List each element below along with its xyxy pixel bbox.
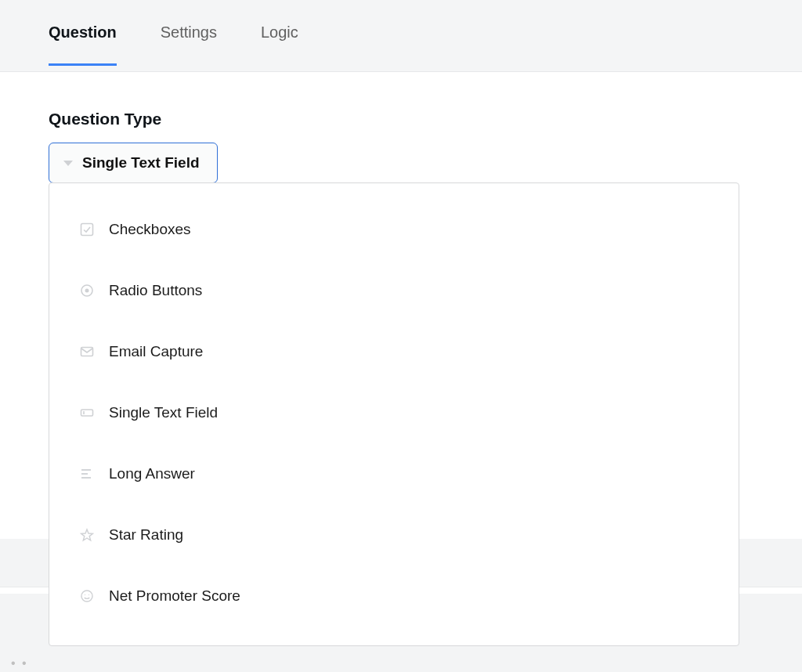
svg-point-9 [81, 591, 92, 602]
textfield-icon [79, 405, 95, 421]
dropdown-selected-label: Single Text Field [82, 154, 200, 172]
smiley-icon [79, 588, 95, 604]
long-answer-icon [79, 466, 95, 482]
option-label: Radio Buttons [109, 282, 202, 299]
option-label: Star Rating [109, 526, 183, 544]
drag-handle-icon: • • [11, 656, 28, 670]
option-radio-buttons[interactable]: Radio Buttons [49, 260, 739, 321]
option-email-capture[interactable]: Email Capture [49, 321, 739, 382]
tab-question[interactable]: Question [49, 23, 117, 65]
option-net-promoter-score[interactable]: Net Promoter Score [49, 565, 739, 627]
option-checkboxes[interactable]: Checkboxes [49, 199, 739, 260]
svg-rect-4 [81, 410, 93, 416]
svg-point-11 [89, 594, 89, 595]
svg-rect-3 [81, 348, 93, 356]
question-type-dropdown-panel: Checkboxes Radio Buttons Email Capture [49, 182, 739, 646]
tab-label: Question [49, 23, 117, 41]
option-long-answer[interactable]: Long Answer [49, 443, 739, 504]
option-label: Checkboxes [109, 221, 191, 238]
caret-down-icon [63, 161, 73, 166]
tab-label: Logic [261, 23, 298, 41]
tabs-bar: Question Settings Logic [0, 0, 802, 72]
radio-icon [79, 283, 95, 298]
checkbox-icon [79, 222, 95, 237]
tab-settings[interactable]: Settings [161, 23, 217, 65]
option-label: Net Promoter Score [109, 587, 240, 605]
svg-point-2 [85, 289, 89, 293]
option-label: Single Text Field [109, 404, 218, 421]
question-type-dropdown-trigger[interactable]: Single Text Field [49, 143, 218, 183]
svg-point-10 [85, 594, 85, 595]
email-icon [79, 344, 95, 359]
option-star-rating[interactable]: Star Rating [49, 504, 739, 565]
svg-rect-0 [81, 224, 93, 236]
star-icon [79, 527, 95, 543]
tab-logic[interactable]: Logic [261, 23, 298, 65]
option-label: Email Capture [109, 343, 203, 360]
section-title: Question Type [49, 110, 753, 128]
option-label: Long Answer [109, 465, 195, 482]
tab-label: Settings [161, 23, 217, 41]
option-single-text-field[interactable]: Single Text Field [49, 382, 739, 443]
